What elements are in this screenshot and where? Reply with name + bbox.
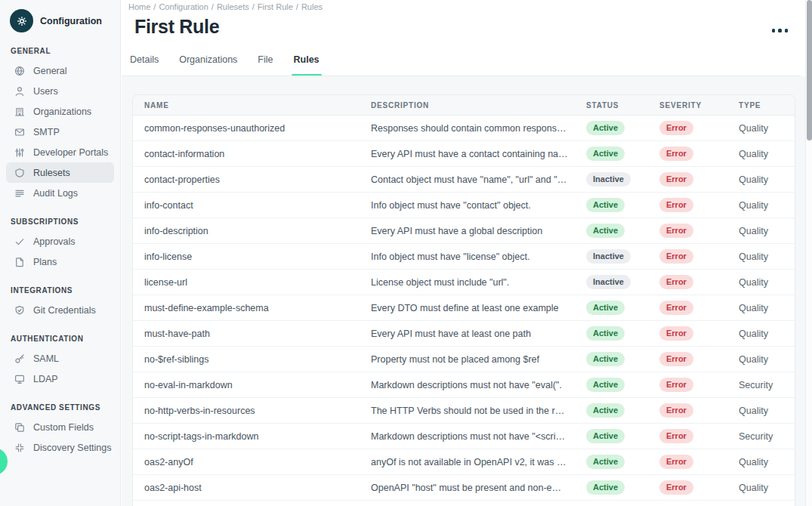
sidebar-item-general[interactable]: General bbox=[6, 60, 114, 81]
tab-bar: DetailsOrganizationsFileRules bbox=[130, 54, 320, 76]
table-row-contact-information[interactable]: contact-informationEvery API must have a… bbox=[133, 141, 795, 167]
rule-description-cell: anyOf is not available in OpenAPI v2, it… bbox=[360, 457, 575, 467]
sidebar-item-discovery-settings[interactable]: Discovery Settings bbox=[6, 437, 114, 458]
globe-icon bbox=[14, 65, 26, 77]
sidebar-section-label-advanced-settings: ADVANCED SETTINGS bbox=[0, 396, 120, 417]
breadcrumb-item-rulesets[interactable]: Rulesets bbox=[217, 2, 249, 11]
tab-details[interactable]: Details bbox=[130, 54, 159, 76]
breadcrumb-separator: / bbox=[249, 2, 258, 11]
document-icon bbox=[14, 256, 26, 268]
pages-icon bbox=[14, 421, 26, 433]
breadcrumb-item-first-rule[interactable]: First Rule bbox=[258, 2, 293, 11]
status-badge: Inactive bbox=[586, 249, 631, 264]
sidebar-item-developer-portals[interactable]: Developer Portals bbox=[6, 142, 114, 162]
table-row-must-have-path[interactable]: must-have-pathEvery API must have at lea… bbox=[133, 321, 795, 347]
severity-badge: Error bbox=[659, 249, 693, 264]
sidebar-item-custom-fields[interactable]: Custom Fields bbox=[6, 417, 114, 437]
sidebar-item-label: Organizations bbox=[33, 106, 91, 117]
status-badge: Active bbox=[586, 480, 625, 495]
table-row-no-ref-siblings[interactable]: no-$ref-siblingsProperty must not be pla… bbox=[133, 347, 795, 372]
table-row-oas2-api-host[interactable]: oas2-api-hostOpenAPI "host" must be pres… bbox=[133, 475, 795, 501]
more-options-icon[interactable] bbox=[769, 26, 792, 35]
rule-type-cell: Quality bbox=[727, 354, 795, 365]
sidebar-nav: GENERALGeneralUsersOrganizationsSMTPDeve… bbox=[0, 40, 120, 458]
check-icon bbox=[14, 236, 26, 248]
sidebar-item-label: SMTP bbox=[33, 127, 60, 137]
sidebar-item-rulesets[interactable]: Rulesets bbox=[6, 162, 114, 183]
sidebar-item-audit-logs[interactable]: Audit Logs bbox=[6, 183, 114, 203]
tab-rules[interactable]: Rules bbox=[294, 54, 320, 76]
table-row-no-http-verbs-in-resources[interactable]: no-http-verbs-in-resourcesThe HTTP Verbs… bbox=[133, 398, 795, 424]
rule-type-cell: Quality bbox=[727, 149, 795, 159]
sidebar-item-label: Plans bbox=[33, 257, 57, 267]
table-row-info-license[interactable]: info-licenseInfo object must have "licen… bbox=[133, 244, 795, 270]
sidebar-item-label: Git Credentials bbox=[33, 305, 96, 316]
rule-description-cell: Every DTO must define at least one examp… bbox=[360, 303, 575, 313]
tab-content: NAMEDESCRIPTIONSTATUSSEVERITYTYPE common… bbox=[122, 76, 812, 506]
breadcrumb-item-home[interactable]: Home bbox=[128, 2, 150, 11]
sidebar-item-users[interactable]: Users bbox=[6, 81, 114, 101]
table-header-row: NAMEDESCRIPTIONSTATUSSEVERITYTYPE bbox=[133, 95, 795, 116]
rule-severity-cell: Error bbox=[648, 224, 727, 238]
rule-type-cell: Quality bbox=[727, 251, 795, 262]
rule-status-cell: Active bbox=[575, 429, 648, 443]
breadcrumb-separator: / bbox=[150, 2, 159, 11]
sidebar-section-label-general: GENERAL bbox=[0, 40, 120, 60]
sidebar-section-label-integrations: INTEGRATIONS bbox=[0, 279, 120, 300]
rule-status-cell: Inactive bbox=[575, 249, 648, 264]
severity-badge: Error bbox=[659, 326, 693, 341]
table-row-no-eval-in-markdown[interactable]: no-eval-in-markdownMarkdown descriptions… bbox=[133, 372, 795, 398]
rule-status-cell: Active bbox=[575, 326, 648, 341]
scrollbar[interactable] bbox=[805, 0, 812, 506]
rule-type-cell: Quality bbox=[727, 123, 795, 134]
breadcrumb-item-rules[interactable]: Rules bbox=[301, 2, 323, 11]
column-header-status: STATUS bbox=[575, 101, 648, 110]
severity-badge: Error bbox=[659, 198, 693, 212]
rule-description-cell: License object must include "url". bbox=[360, 277, 575, 288]
rule-name-cell: info-contact bbox=[133, 200, 360, 211]
sidebar-item-saml[interactable]: SAML bbox=[6, 348, 114, 369]
sidebar-item-organizations[interactable]: Organizations bbox=[6, 101, 114, 122]
breadcrumb-item-configuration[interactable]: Configuration bbox=[159, 2, 208, 11]
table-row-must-define-example-schema[interactable]: must-define-example-schemaEvery DTO must… bbox=[133, 295, 795, 321]
sidebar-section-label-subscriptions: SUBSCRIPTIONS bbox=[0, 211, 120, 231]
rule-description-cell: Info object must have "contact" object. bbox=[360, 200, 575, 211]
table-row-contact-properties[interactable]: contact-propertiesContact object must ha… bbox=[133, 167, 795, 193]
table-row-license-url[interactable]: license-urlLicense object must include "… bbox=[133, 270, 795, 295]
shield-check-icon bbox=[14, 304, 26, 316]
rule-severity-cell: Error bbox=[648, 352, 727, 366]
table-row-common-responses-unauthorized[interactable]: common-responses-unauthorizedResponses s… bbox=[133, 116, 795, 141]
sliders-icon bbox=[14, 147, 26, 159]
rule-name-cell: no-script-tags-in-markdown bbox=[133, 431, 360, 442]
app-logo[interactable]: Configuration bbox=[0, 0, 120, 32]
breadcrumb-separator: / bbox=[293, 2, 301, 11]
sidebar-item-smtp[interactable]: SMTP bbox=[6, 122, 114, 142]
status-badge: Active bbox=[586, 352, 625, 366]
rule-type-cell: Security bbox=[727, 380, 795, 390]
rule-severity-cell: Error bbox=[648, 429, 727, 443]
table-row-info-contact[interactable]: info-contactInfo object must have "conta… bbox=[133, 193, 795, 218]
rule-status-cell: Active bbox=[575, 301, 648, 315]
rule-description-cell: Every API must have a contact containing… bbox=[360, 149, 575, 159]
column-header-type: TYPE bbox=[727, 101, 795, 110]
rule-name-cell: oas2-anyOf bbox=[133, 457, 360, 467]
rule-severity-cell: Error bbox=[648, 455, 727, 469]
table-row-oas2-anyof[interactable]: oas2-anyOfanyOf is not available in Open… bbox=[133, 449, 795, 475]
rule-type-cell: Quality bbox=[727, 277, 795, 288]
sidebar-item-approvals[interactable]: Approvals bbox=[6, 231, 114, 251]
status-badge: Active bbox=[586, 198, 625, 212]
scrollbar-thumb[interactable] bbox=[807, 0, 812, 140]
table-row-info-description[interactable]: info-descriptionEvery API must have a gl… bbox=[133, 218, 795, 244]
user-icon bbox=[14, 85, 26, 97]
sidebar-item-git-credentials[interactable]: Git Credentials bbox=[6, 300, 114, 320]
monitor-icon bbox=[14, 373, 26, 385]
sidebar-item-plans[interactable]: Plans bbox=[6, 251, 114, 272]
tab-file[interactable]: File bbox=[258, 54, 273, 76]
table-row-no-script-tags-in-markdown[interactable]: no-script-tags-in-markdownMarkdown descr… bbox=[133, 424, 795, 449]
sidebar-item-ldap[interactable]: LDAP bbox=[6, 369, 114, 389]
rule-description-cell: Info object must have "license" object. bbox=[360, 251, 575, 262]
rule-severity-cell: Error bbox=[648, 326, 727, 341]
tab-organizations[interactable]: Organizations bbox=[179, 54, 237, 76]
rule-type-cell: Quality bbox=[727, 174, 795, 185]
status-badge: Inactive bbox=[586, 275, 631, 289]
